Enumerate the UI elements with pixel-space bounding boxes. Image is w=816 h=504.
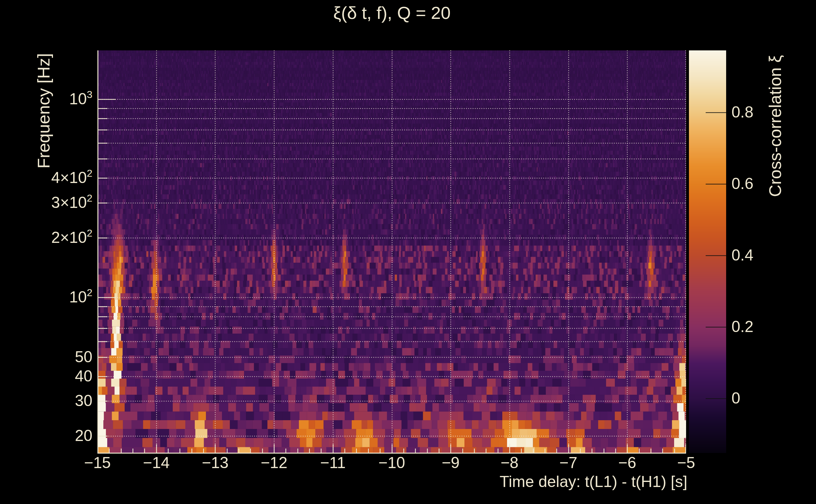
spectrogram-heatmap bbox=[97, 50, 686, 454]
y-tick-label: 103 bbox=[69, 91, 92, 109]
colorbar-tick-label: 0.4 bbox=[732, 247, 754, 263]
x-axis-title: Time delay: t(L1) - t(H1) [s] bbox=[500, 473, 687, 491]
x-tick-label: −7 bbox=[543, 455, 594, 471]
x-tick-label: −10 bbox=[367, 455, 417, 471]
y-tick-label: 102 bbox=[69, 289, 92, 307]
colorbar-gradient bbox=[689, 50, 726, 453]
y-tick-label: 4×102 bbox=[51, 170, 92, 187]
x-tick-label: −14 bbox=[131, 455, 181, 471]
colorbar-tick-label: 0.6 bbox=[732, 176, 754, 192]
qscan-figure: ξ(δ t, f), Q = 20 Frequency [Hz] 1034×10… bbox=[0, 0, 816, 504]
y-tick-label: 2×102 bbox=[51, 230, 92, 247]
x-tick-label: −5 bbox=[661, 455, 711, 471]
y-tick-label: 40 bbox=[75, 368, 92, 384]
colorbar-title: Cross-correlation ξ bbox=[765, 55, 785, 197]
x-tick-label: −8 bbox=[484, 455, 535, 471]
y-axis-title: Frequency [Hz] bbox=[34, 53, 53, 169]
colorbar-tick-label: 0.2 bbox=[732, 319, 754, 335]
x-tick-label: −6 bbox=[602, 455, 652, 471]
y-tick-label: 50 bbox=[75, 349, 92, 365]
y-tick-label: 3×102 bbox=[51, 195, 92, 212]
y-tick-label: 30 bbox=[75, 393, 92, 409]
x-tick-label: −13 bbox=[190, 455, 240, 471]
x-tick-label: −11 bbox=[308, 455, 358, 471]
y-tick-label: 20 bbox=[75, 428, 92, 444]
x-tick-label: −12 bbox=[249, 455, 299, 471]
plot-title: ξ(δ t, f), Q = 20 bbox=[333, 3, 451, 23]
colorbar-tick-label: 0.8 bbox=[732, 104, 754, 120]
x-tick-label: −15 bbox=[72, 455, 123, 471]
x-tick-label: −9 bbox=[425, 455, 476, 471]
colorbar-tick-label: 0 bbox=[732, 390, 740, 406]
